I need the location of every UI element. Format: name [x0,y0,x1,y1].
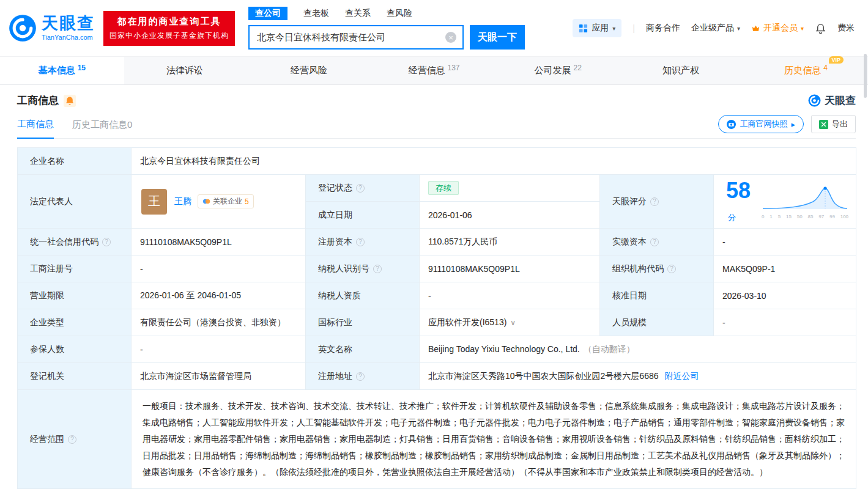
tianyan-score[interactable]: 58分 0151550859799100 [722,180,847,224]
question-icon[interactable]: ? [356,238,365,246]
subtab-business-info[interactable]: 工商信息 [17,119,54,139]
camera-icon [727,120,736,129]
question-icon[interactable]: ? [68,435,76,444]
company-name: 北京今日宜休科技有限责任公司 [140,156,260,166]
related-companies-badge[interactable]: 关联企业 5 [198,194,254,208]
caret-down-icon: ▾ [612,25,615,32]
subtab-history-info[interactable]: 历史工商信息0 [72,119,132,138]
table-row: 参保人数 - 英文名称 Beijing Today Yixiu Technolo… [18,336,856,363]
field-label: 国标行业 [318,317,352,328]
field-label: 工商注册号 [30,263,73,274]
field-label: 企业类型 [30,317,64,328]
nav-tab-count: 22 [574,64,582,72]
clear-icon[interactable]: × [445,32,456,43]
subtab-label: 历史工商信息 [72,119,127,130]
search-tab-boss[interactable]: 查老板 [303,8,329,19]
nav-tab-label: 历史信息 [784,65,821,75]
search-tab-relation[interactable]: 查关系 [345,8,371,19]
caret-down-icon: ▾ [801,25,804,32]
search-tab-company[interactable]: 查公司 [248,7,287,20]
table-row: 经营范围? 一般项目：技术服务、技术开发、技术咨询、技术交流、技术转让、技术推广… [18,390,856,489]
caret-down-icon: ▾ [737,25,740,32]
menu-separator: | [632,23,635,33]
export-button-label: 导出 [832,119,848,130]
field-value: 2026-03-10 [722,291,766,301]
question-icon[interactable]: ? [373,265,382,273]
nav-tab-development[interactable]: 公司发展22 [496,57,620,84]
nav-tab-label: 经营风险 [291,65,327,75]
nav-tab-operating-info[interactable]: 经营信息137 [372,57,496,84]
field-label: 实缴资本 [612,237,647,248]
nav-tab-label: 基本信息 [39,65,75,75]
search-area: 查公司 查老板 查关系 查风险 × 天眼一下 [248,7,525,50]
scrollbar[interactable] [864,54,867,98]
question-icon[interactable]: ? [667,265,676,273]
snapshot-button[interactable]: 工商官网快照 ▸ [718,115,804,133]
menu-enterprise-products[interactable]: 企业级产品 ▾ [691,23,740,34]
field-label: 成立日期 [318,210,352,221]
user-name[interactable]: 费米 [837,23,855,34]
section-header: 工商信息 天眼查 [17,94,856,108]
nav-tab-count: 4 [823,64,828,72]
header-menu: 应用 ▾ | 商务合作 企业级产品 ▾ 开通会员 ▾ 费米 [573,19,855,37]
legal-rep-link[interactable]: 王腾 [174,196,191,207]
export-button[interactable]: 导出 [811,115,856,133]
search-tab-risk[interactable]: 查风险 [387,8,412,19]
tianyancha-logo-icon [9,14,37,42]
table-row: 工商注册号 - 纳税人识别号? 91110108MAK5Q09P1L 组织机构代… [18,256,856,282]
nav-tab-label: 知识产权 [662,65,699,75]
question-icon[interactable]: ? [356,372,365,381]
enterprise-products-label: 企业级产品 [691,23,734,34]
search-input[interactable] [256,32,445,43]
question-icon[interactable]: ? [650,238,659,246]
brand-text: 天眼查 [825,94,856,108]
avatar[interactable]: 王 [141,189,167,215]
snapshot-button-label: 工商官网快照 [740,119,787,130]
grid-icon [579,24,588,33]
nav-tab-basic-info[interactable]: 基本信息15 [0,57,124,84]
menu-business-cooperation[interactable]: 商务合作 [646,23,680,34]
field-value: 有限责任公司（港澳台投资、非独资） [140,317,286,327]
related-companies-count: 5 [245,197,249,206]
field-value: 应用软件开发(I6513) [428,317,506,327]
nearby-companies-link[interactable]: 附近公司 [665,371,699,381]
field-value: 91110108MAK5Q09P1L [428,264,520,274]
nav-tab-operating-risk[interactable]: 经营风险 [248,57,372,84]
field-label: 注册资本 [318,237,352,248]
field-value: - [722,318,725,328]
field-label: 纳税人识别号 [318,263,369,274]
nav-tab-label: 经营信息 [409,65,445,75]
subtab-label: 工商信息 [17,119,54,129]
question-icon[interactable]: ? [650,197,659,206]
subscribe-bell-icon[interactable] [64,95,76,107]
table-row: 登记机关 北京市海淀区市场监督管理局 注册地址? 北京市海淀区天秀路10号中国农… [18,363,856,390]
table-row: 企业名称 北京今日宜休科技有限责任公司 [18,148,856,175]
section-title: 工商信息 [17,94,59,108]
menu-vip[interactable]: 开通会员 ▾ [751,23,804,34]
field-value: 2026-01-06 至 2046-01-05 [140,290,241,300]
nav-tab-label: 公司发展 [535,65,571,75]
arrow-right-icon: ▸ [791,120,795,129]
chevron-down-icon[interactable]: ∨ [510,318,516,327]
nav-tab-legal[interactable]: 法律诉讼 [124,57,248,84]
banner-line1: 都在用的商业查询工具 [109,16,229,28]
business-info-table: 企业名称 北京今日宜休科技有限责任公司 法定代表人 王 王腾 关联企业 5 登记… [17,147,856,489]
search-button[interactable]: 天眼一下 [470,25,525,50]
related-companies-icon [202,197,210,205]
tianyancha-brand-icon [808,94,821,107]
question-icon[interactable]: ? [102,238,111,246]
question-icon[interactable]: ? [356,184,365,193]
field-label: 法定代表人 [30,196,73,207]
nav-tab-intellectual-property[interactable]: 知识产权 [620,57,744,84]
apps-menu[interactable]: 应用 ▾ [573,19,621,37]
nav-tab-history[interactable]: 历史信息4 VIP [744,57,868,84]
field-label: 人员规模 [612,317,647,328]
tianyancha-logo[interactable]: 天眼查 TianYanCha.com [9,14,95,42]
field-label: 组织机构代码 [612,263,664,274]
field-value: 2026-01-06 [428,210,472,220]
field-label: 登记机关 [30,371,64,382]
notification-bell-icon[interactable] [815,23,826,34]
logo-title: 天眼查 [42,15,95,32]
business-scope-text: 一般项目：技术服务、技术开发、技术咨询、技术交流、技术转让、技术推广；软件开发；… [143,401,845,477]
field-value: MAK5Q09P-1 [722,264,775,274]
